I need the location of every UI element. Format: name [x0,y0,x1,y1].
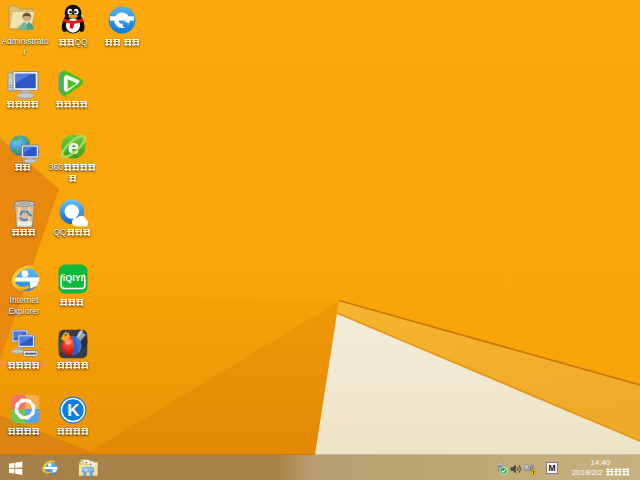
svg-text:M: M [548,463,555,473]
svg-text:K: K [67,401,80,420]
svg-text:iQIYI: iQIYI [63,273,84,283]
